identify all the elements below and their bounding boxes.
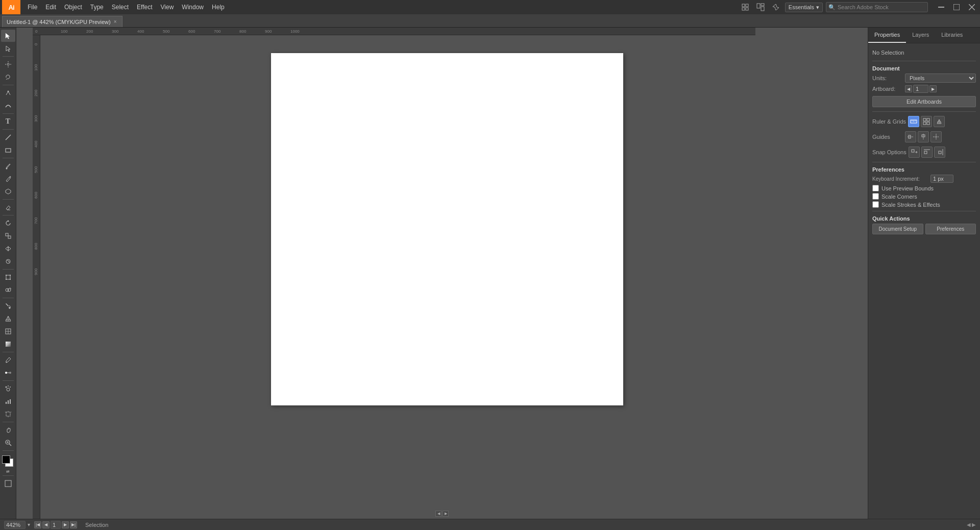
scale-strokes-checkbox[interactable] (872, 201, 879, 208)
close-button[interactable] (966, 1, 978, 13)
scroll-left-btn[interactable]: ◀ (435, 511, 442, 517)
preferences-button[interactable]: Preferences (925, 224, 976, 234)
magic-wand-tool[interactable] (1, 58, 15, 70)
artboard-tool-btn[interactable] (1, 408, 15, 420)
maximize-button[interactable] (950, 1, 963, 13)
guides-icon-3[interactable] (930, 131, 942, 142)
rectangle-tool[interactable] (1, 144, 15, 156)
scale-tool[interactable] (1, 230, 15, 242)
hand-tool[interactable] (1, 424, 15, 436)
preferences-section-title: Preferences (872, 166, 976, 173)
eyedropper-tool[interactable] (1, 354, 15, 366)
artboard-next-btn[interactable]: ▶ (929, 85, 937, 92)
next-artboard-btn[interactable]: ▶ (62, 521, 69, 528)
menu-view[interactable]: View (157, 0, 178, 14)
document-setup-button[interactable]: Document Setup (872, 224, 923, 234)
svg-text:700: 700 (34, 217, 38, 224)
perspective-icon[interactable] (934, 116, 945, 127)
shape-builder-tool[interactable] (1, 284, 15, 296)
guides-icon-2[interactable] (918, 131, 929, 142)
symbol-sprayer-tool[interactable] (1, 382, 15, 395)
warp-tool[interactable] (1, 255, 15, 268)
artboard-number-input[interactable] (913, 85, 928, 93)
pin-icon[interactable] (770, 1, 782, 13)
column-graph-tool[interactable] (1, 395, 15, 407)
curvature-tool[interactable] (1, 100, 15, 112)
menu-object[interactable]: Object (60, 0, 86, 14)
line-segment-tool[interactable] (1, 131, 15, 143)
foreground-color-swatch[interactable] (2, 455, 10, 464)
no-selection-label: No Selection (872, 47, 976, 58)
width-tool[interactable] (1, 243, 15, 255)
minimize-button[interactable] (935, 1, 947, 13)
eraser-tool[interactable] (1, 201, 15, 213)
artboard-prev-btn[interactable]: ◀ (905, 85, 912, 92)
svg-rect-8 (953, 4, 960, 10)
mesh-tool[interactable] (1, 325, 15, 338)
use-preview-bounds-checkbox[interactable] (872, 185, 879, 191)
live-paint-tool[interactable] (1, 300, 15, 312)
scale-corners-checkbox[interactable] (872, 193, 879, 200)
menu-select[interactable]: Select (108, 0, 133, 14)
direct-selection-tool[interactable] (1, 42, 15, 55)
panel-tabs: Properties Layers Libraries (868, 28, 980, 43)
tab-properties[interactable]: Properties (868, 28, 906, 43)
rotate-tool[interactable] (1, 217, 15, 229)
guides-icon-1[interactable] (905, 131, 916, 142)
type-tool[interactable]: T (1, 115, 15, 128)
edit-artboards-button[interactable]: Edit Artboards (872, 96, 976, 107)
divider-4 (872, 211, 976, 211)
screen-mode-tool[interactable] (1, 477, 15, 490)
ruler-icon[interactable] (908, 116, 919, 127)
snap-icon-3[interactable] (934, 147, 945, 158)
zoom-input[interactable] (4, 521, 26, 529)
menu-bar-right: Essentials ▾ 🔍 (739, 1, 978, 13)
keyboard-increment-input[interactable]: 1 px (930, 175, 953, 183)
essentials-dropdown[interactable]: Essentials ▾ (785, 3, 823, 12)
search-stock-input[interactable] (826, 2, 928, 12)
app-logo: Ai (2, 0, 20, 14)
free-transform-tool[interactable] (1, 271, 15, 283)
document-tab[interactable]: Untitled-1 @ 442% (CMYK/GPU Preview) × (2, 16, 122, 27)
menu-edit[interactable]: Edit (41, 0, 60, 14)
pencil-tool[interactable] (1, 173, 15, 185)
grid-icon[interactable] (921, 116, 932, 127)
zoom-tool-btn[interactable] (1, 437, 15, 449)
zoom-dropdown-arrow[interactable]: ▾ (28, 522, 30, 527)
paintbrush-tool[interactable] (1, 160, 15, 172)
menu-type[interactable]: Type (86, 0, 108, 14)
first-artboard-btn[interactable]: |◀ (34, 521, 41, 528)
menu-window[interactable]: Window (178, 0, 208, 14)
gradient-tool[interactable] (1, 338, 15, 350)
shaper-tool[interactable] (1, 185, 15, 198)
selection-tool[interactable] (1, 30, 15, 42)
snap-icon-1[interactable] (909, 147, 920, 158)
canvas-left-arrow[interactable]: ◀ (967, 522, 971, 527)
ruler-grids-row: Ruler & Grids (872, 115, 976, 128)
tab-close-button[interactable]: × (114, 19, 117, 25)
svg-text:200: 200 (86, 29, 93, 34)
toolbar-mode-icon[interactable] (739, 1, 751, 13)
pen-tool[interactable] (1, 87, 15, 99)
perspective-grid-tool[interactable] (1, 312, 15, 325)
snap-icon-2[interactable] (921, 147, 933, 158)
canvas-right-arrow[interactable]: ▶ (972, 522, 976, 527)
menu-effect[interactable]: Effect (133, 0, 156, 14)
tool-separator-10 (3, 352, 14, 352)
blend-tool[interactable] (1, 367, 15, 379)
tab-libraries[interactable]: Libraries (935, 28, 969, 43)
lasso-tool[interactable] (1, 71, 15, 83)
tool-separator-11 (3, 380, 14, 381)
prev-artboard-btn[interactable]: ◀ (42, 521, 50, 528)
svg-text:500: 500 (163, 29, 170, 34)
arrange-windows-icon[interactable] (754, 1, 767, 13)
menu-help[interactable]: Help (208, 0, 229, 14)
artboard-page-input[interactable] (51, 521, 61, 529)
last-artboard-btn[interactable]: ▶| (70, 521, 77, 528)
tab-layers[interactable]: Layers (906, 28, 935, 43)
units-select[interactable]: PixelsInchesCentimetersMillimetersPoints (905, 74, 976, 83)
menu-file[interactable]: File (23, 0, 41, 14)
svg-rect-7 (938, 7, 944, 8)
scroll-right-btn[interactable]: ▶ (443, 511, 449, 517)
tool-separator-12 (3, 422, 14, 422)
